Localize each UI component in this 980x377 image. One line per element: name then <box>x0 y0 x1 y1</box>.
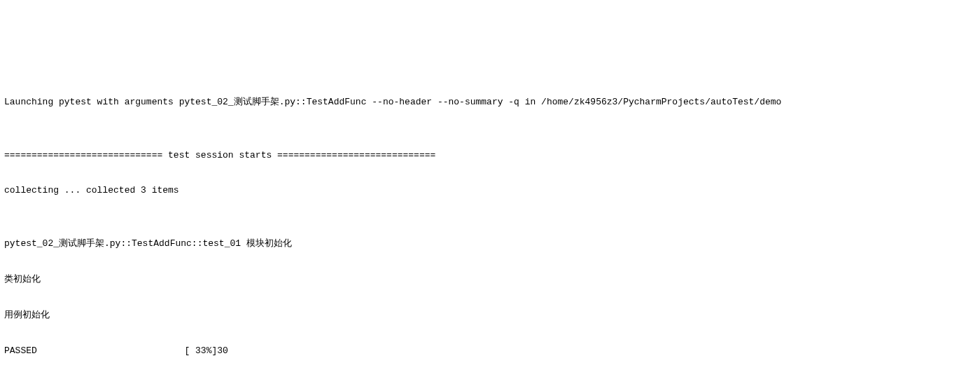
terminal-output: Launching pytest with arguments pytest_0… <box>4 75 976 377</box>
session-start-line: ============================= test sessi… <box>4 146 976 164</box>
class-init-line: 类初始化 <box>4 270 976 288</box>
launch-line: Launching pytest with arguments pytest_0… <box>4 93 976 111</box>
case-init-line: 用例初始化 <box>4 306 976 324</box>
test-result-line: PASSED [ 33%]30 <box>4 342 976 359</box>
test-header-line: pytest_02_测试脚手架.py::TestAddFunc::test_01… <box>4 235 976 252</box>
collecting-line: collecting ... collected 3 items <box>4 181 976 199</box>
